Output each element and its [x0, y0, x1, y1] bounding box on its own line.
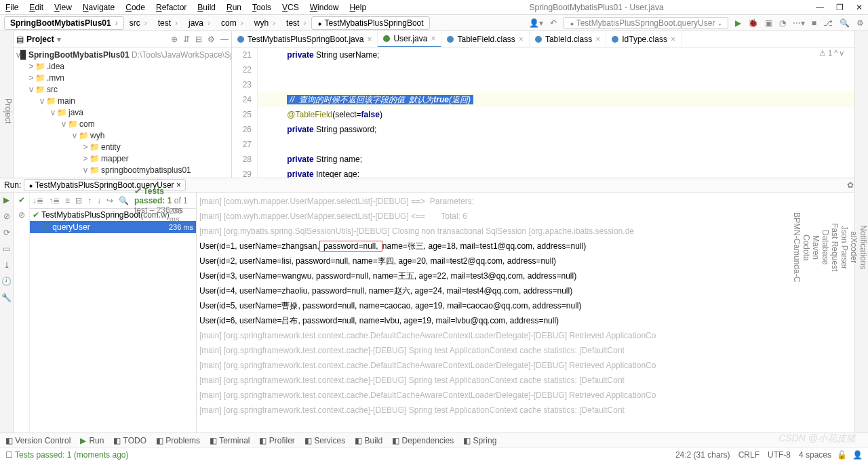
expand-all-icon[interactable]: ≡ — [65, 196, 70, 205]
menu-file[interactable]: File — [5, 3, 18, 12]
breadcrumb-item[interactable]: com — [216, 17, 249, 29]
tree-node[interactable]: v📁com — [14, 118, 231, 129]
tree-node[interactable]: v📁wyh — [14, 129, 231, 141]
expand-icon[interactable]: ⇵ — [183, 35, 190, 44]
minimize-icon[interactable]: — — [816, 3, 824, 12]
tree-node[interactable]: >📁.mvn — [14, 72, 231, 83]
editor-tab[interactable]: TableId.class× — [530, 31, 606, 47]
code-editor[interactable]: ⚠ 1 ^ v 212223242526272829 private Strin… — [232, 47, 868, 178]
menu-edit[interactable]: Edit — [29, 3, 43, 12]
tree-node[interactable]: >📁mapper — [14, 153, 231, 164]
export-icon[interactable]: ⤓ — [3, 260, 10, 270]
close-tab-icon[interactable]: × — [367, 35, 372, 44]
editor-tab[interactable]: TableField.class× — [441, 31, 529, 47]
pass-icon[interactable]: ✔ — [18, 195, 25, 205]
menu-vcs[interactable]: VCS — [282, 3, 299, 12]
status-item[interactable]: 24:2 (31 chars) — [675, 450, 730, 460]
run-icon[interactable]: ▶ — [735, 18, 741, 28]
menu-help[interactable]: Help — [349, 3, 366, 12]
stop-icon[interactable]: ⊘ — [3, 212, 10, 221]
fail-icon[interactable]: ⊘ — [18, 210, 25, 220]
close-tab-icon[interactable]: × — [595, 35, 600, 44]
inspection-badge[interactable]: ⚠ 1 ^ v — [819, 49, 844, 58]
bottom-tool-Run[interactable]: ▶ Run — [80, 436, 104, 445]
layout-icon[interactable]: ▭ — [3, 244, 10, 254]
breadcrumb-item[interactable]: ⬥ TestMybatisPlusSpringBoot — [311, 16, 429, 30]
tree-node[interactable]: v📁src — [14, 83, 231, 95]
status-item[interactable]: UTF-8 — [768, 450, 791, 460]
man-icon[interactable]: 👤 — [852, 450, 863, 460]
tree-node[interactable]: v📁java — [14, 106, 231, 118]
tree-node[interactable]: v📁main — [14, 95, 231, 106]
debug-icon[interactable]: 🐞 — [748, 18, 758, 28]
right-tool-Json Parser[interactable]: Json Parser — [840, 58, 849, 437]
close-tab-icon[interactable]: × — [671, 35, 675, 44]
tree-node[interactable]: >📁.idea — [14, 60, 231, 72]
breadcrumb-item[interactable]: java — [183, 17, 216, 29]
close-tab-icon[interactable]: × — [431, 34, 435, 43]
breadcrumb-item[interactable]: SpringBootMybatisPlus01 — [4, 16, 124, 30]
settings-icon[interactable]: ⚙ — [208, 35, 215, 44]
maximize-icon[interactable]: ❐ — [836, 3, 844, 12]
status-item[interactable]: 4 spaces — [799, 450, 831, 460]
menu-navigate[interactable]: Navigate — [83, 3, 115, 12]
bottom-tool-Spring[interactable]: ◧ Spring — [463, 436, 496, 445]
lock-icon[interactable]: 🔓 — [837, 450, 847, 460]
breadcrumb-item[interactable]: test — [281, 17, 311, 29]
bottom-tool-Terminal[interactable]: ◧ Terminal — [210, 436, 250, 445]
next-icon[interactable]: ↓ — [97, 196, 101, 205]
status-icon[interactable]: ☐ — [5, 450, 13, 460]
bottom-tool-Services[interactable]: ◧ Services — [304, 436, 345, 445]
search-icon[interactable]: 🔍 — [840, 18, 850, 28]
back-icon[interactable]: ↶ — [550, 18, 557, 28]
scroll-icon[interactable]: ↪ — [106, 196, 113, 205]
run-config-combo[interactable]: ⬥ TestMybatisPlusSpringBoot.queryUser ▾ — [564, 17, 728, 29]
bottom-tool-Profiler[interactable]: ◧ Profiler — [259, 436, 294, 445]
select-opened-icon[interactable]: ⊕ — [171, 35, 178, 44]
menu-window[interactable]: Window — [310, 3, 339, 12]
prev-icon[interactable]: ↑ — [87, 196, 92, 205]
right-tool-Database[interactable]: Database — [821, 58, 830, 437]
hide-icon[interactable]: — — [220, 35, 229, 44]
right-tool-Fast Request[interactable]: Fast Request — [830, 58, 840, 437]
bottom-tool-Version Control[interactable]: ◧ Version Control — [5, 436, 71, 445]
menu-refactor[interactable]: Refactor — [156, 3, 186, 12]
menu-view[interactable]: View — [54, 3, 72, 12]
coverage-icon[interactable]: ▣ — [765, 18, 772, 28]
project-tree[interactable]: v▉SpringBootMybatisPlus01 D:\Tools\JavaW… — [14, 47, 231, 178]
breadcrumb-item[interactable]: wyh — [249, 17, 281, 29]
history-icon[interactable]: 🕘 — [1, 277, 12, 286]
test-node[interactable]: ✔ queryUser236 ms — [30, 221, 196, 233]
bottom-tool-TODO[interactable]: ◧ TODO — [113, 436, 146, 445]
find-icon[interactable]: 🔍 — [119, 196, 129, 205]
user-icon[interactable]: 👤▾ — [529, 18, 543, 28]
editor-tab[interactable]: IdType.class× — [606, 31, 682, 47]
tree-node[interactable]: v📁springbootmybatisplus01 — [14, 164, 231, 176]
test-tree[interactable]: ↓≣ ↑≣ ≡ ⊟ ↑ ↓ ↪ 🔍 ✔ Tests passed: 1 of 1… — [30, 193, 197, 446]
right-tool-Codota[interactable]: Codota — [802, 58, 811, 437]
menu-build[interactable]: Build — [197, 3, 216, 12]
menu-tools[interactable]: Tools — [252, 3, 271, 12]
close-icon[interactable]: ✕ — [856, 3, 863, 12]
editor-tab[interactable]: TestMybatisPlusSpringBoot.java× — [232, 31, 378, 47]
pin-icon[interactable]: ⟳ — [3, 228, 10, 237]
right-tool-Maven[interactable]: Maven — [811, 58, 821, 437]
more-run-icon[interactable]: ⋯▾ — [793, 18, 805, 28]
menu-code[interactable]: Code — [125, 3, 145, 12]
git-icon[interactable]: ⎇ — [823, 18, 833, 28]
test-node[interactable]: ✔ TestMybatisPlusSpringBoot (com.w)236 m… — [30, 209, 196, 221]
editor-tab[interactable]: User.java× — [378, 31, 441, 47]
left-tool-strip[interactable]: Project — [0, 31, 14, 178]
bottom-tool-Dependencies[interactable]: ◧ Dependencies — [392, 436, 454, 445]
close-tab-icon[interactable]: × — [519, 35, 524, 44]
collapse-icon[interactable]: ⊟ — [195, 35, 202, 44]
console-output[interactable]: [main] [com.wyh.mapper.UserMapper.select… — [197, 193, 854, 446]
right-tool-strip[interactable]: NotificationsaiXcoderJson ParserFast Req… — [854, 31, 868, 446]
stop-icon[interactable]: ■ — [812, 18, 816, 28]
settings-icon[interactable]: ⚙ — [856, 18, 864, 28]
wrench-icon[interactable]: 🔧 — [1, 293, 12, 302]
right-tool-Notifications[interactable]: Notifications — [859, 58, 868, 437]
sort-icon[interactable]: ↓≣ — [33, 196, 43, 205]
profile-icon[interactable]: ◔ — [779, 18, 786, 28]
bottom-tool-Build[interactable]: ◧ Build — [355, 436, 382, 445]
